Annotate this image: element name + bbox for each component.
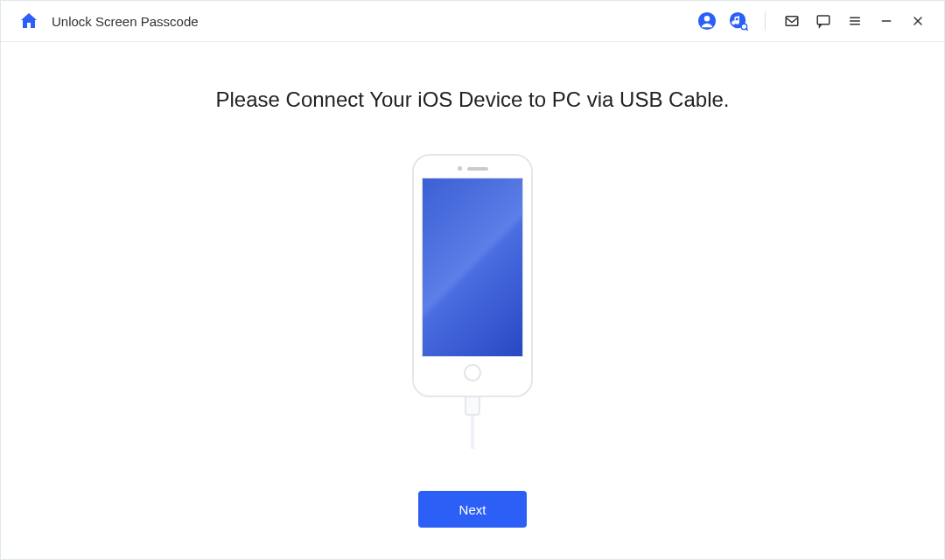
- phone-body: [412, 154, 533, 397]
- titlebar-left: Unlock Screen Passcode: [18, 10, 199, 32]
- mail-icon[interactable]: [780, 9, 804, 33]
- titlebar-right: [695, 9, 930, 33]
- phone-camera: [458, 166, 462, 171]
- cable-connector: [465, 396, 480, 416]
- svg-rect-5: [786, 17, 798, 26]
- close-button[interactable]: [906, 9, 930, 33]
- account-icon[interactable]: [695, 9, 719, 33]
- svg-point-1: [704, 16, 710, 21]
- phone-top: [458, 166, 488, 171]
- main-content: Please Connect Your iOS Device to PC via…: [1, 42, 944, 559]
- menu-icon[interactable]: [843, 9, 867, 33]
- titlebar-divider: [765, 11, 766, 31]
- minimize-button[interactable]: [874, 9, 899, 33]
- page-title: Unlock Screen Passcode: [52, 14, 199, 29]
- music-search-icon[interactable]: [726, 9, 751, 33]
- next-button[interactable]: Next: [418, 491, 527, 528]
- home-icon[interactable]: [18, 10, 39, 32]
- phone-speaker: [467, 167, 488, 171]
- phone-home-button: [464, 364, 481, 382]
- svg-line-4: [746, 29, 747, 30]
- phone-illustration: [411, 154, 534, 449]
- phone-screen: [422, 178, 523, 357]
- cable-wire: [471, 416, 474, 449]
- feedback-icon[interactable]: [811, 9, 836, 33]
- svg-rect-6: [817, 16, 830, 24]
- titlebar: Unlock Screen Passcode: [1, 1, 944, 42]
- instruction-heading: Please Connect Your iOS Device to PC via…: [216, 88, 730, 112]
